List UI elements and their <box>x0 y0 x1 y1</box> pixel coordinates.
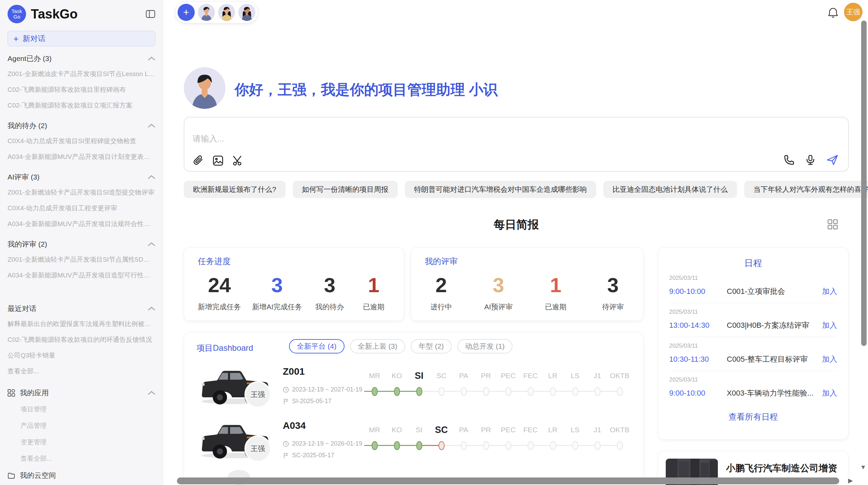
sidebar-link-folder[interactable]: 我的云空间 <box>8 467 155 484</box>
milestone-label: OKTB <box>608 426 631 434</box>
sidebar-item[interactable]: C02-飞腾新能源轻客改款项目立项汇报方案 <box>8 98 155 113</box>
chat-input[interactable] <box>193 134 673 144</box>
chevron-up-icon <box>148 307 155 311</box>
dashboard-tab[interactable]: 年型 (2) <box>411 339 452 353</box>
section-header[interactable]: Agent已办 (3) <box>8 51 155 66</box>
milestone-dot-done <box>416 387 422 396</box>
sidebar-item[interactable]: 查看全部... <box>8 363 155 379</box>
milestone-dot-done <box>372 387 378 396</box>
task-progress-card: 任务进度 24新增完成任务3新增AI完成任务3我的待办1已逾期 <box>184 247 404 321</box>
suggestion-chip[interactable]: 当下年轻人对汽车外观有怎样的喜好趋势 <box>744 181 868 198</box>
horizontal-scrollbar-thumb[interactable] <box>177 477 839 484</box>
section-header[interactable]: 我的待办 (2) <box>8 118 155 133</box>
project-row[interactable]: 王强Z0012023-12-19 ~ 2027-01-19SI-2025-05-… <box>184 359 643 413</box>
project-flag: SI-2025-05-17 <box>283 398 331 405</box>
my-apps-header[interactable]: 我的应用 <box>8 385 155 401</box>
agent-avatar[interactable] <box>238 4 255 21</box>
schedule-time: 9:00-10:00 <box>669 287 727 296</box>
sidebar-item[interactable]: C02-飞腾新能源轻客改款项目里程碑画布 <box>8 82 155 98</box>
project-row[interactable]: 王强A0342023-12-19 ~ 2026-01-19SC-2025-05-… <box>184 413 643 468</box>
sidebar-section: 最近对话解释最新出台的欧盟报废车法规再生塑料比例被调至15%...C02-飞腾新… <box>8 301 155 379</box>
dashboard-tab[interactable]: 动总开发 (1) <box>457 339 513 353</box>
sidebar-item[interactable]: Z001-全新燃油皮卡产品开发项目SI节点Lesson Learn报告 <box>8 66 155 82</box>
sidebar-item[interactable]: C0X4-动力总成开发项目工程变更评审 <box>8 200 155 216</box>
notifications-bell-icon[interactable] <box>828 7 839 18</box>
join-link[interactable]: 加入 <box>822 286 837 297</box>
scroll-down-arrow-icon[interactable]: ▼ <box>860 464 866 471</box>
sidebar-item[interactable]: A034-全新新能源MUV产品开发项目造型可行性评审 <box>8 268 155 283</box>
suggestion-chip[interactable]: 特朗普可能对进口汽车增税会对中国车企造成哪些影响 <box>405 181 596 198</box>
milestone-line <box>419 445 442 446</box>
chevron-up-icon <box>148 124 155 128</box>
milestone-dot-pending <box>572 387 578 396</box>
project-owner-avatar: 王强 <box>244 381 271 408</box>
chat-composer <box>184 117 849 172</box>
card-title: 我的评审 <box>425 256 629 267</box>
attachment-icon[interactable] <box>193 155 204 166</box>
app-item[interactable]: 查看全部... <box>8 450 155 467</box>
brief-layout-grid-icon[interactable] <box>828 219 838 229</box>
sidebar-item[interactable]: Z001-全新燃油轻卡产品开发项目SI造型提交物评审 <box>8 185 155 200</box>
milestone-label: LS <box>564 426 586 434</box>
milestone-dot-pending <box>572 441 578 450</box>
stat-label: 已逾期 <box>357 302 390 312</box>
plus-icon: + <box>13 34 19 43</box>
view-all-schedule-link[interactable]: 查看所有日程 <box>669 411 837 422</box>
new-chat-label: 新对话 <box>23 34 45 44</box>
collapse-sidebar-icon[interactable] <box>146 10 155 18</box>
app-item[interactable]: 产品管理 <box>8 418 155 434</box>
user-avatar[interactable]: 王强 <box>844 3 863 21</box>
phone-icon[interactable] <box>784 154 795 165</box>
section-header[interactable]: 最近对话 <box>8 301 155 316</box>
scissors-icon[interactable] <box>232 155 243 166</box>
sidebar-item[interactable]: 解释最新出台的欧盟报废车法规再生塑料比例被调至15%... <box>8 316 155 332</box>
section-header[interactable]: 我的评审 (2) <box>8 237 155 252</box>
sidebar-item[interactable]: C02-飞腾新能源轻客改款项目的闭环通告反馈情况 <box>8 332 155 348</box>
agent-avatar[interactable] <box>198 4 215 21</box>
milestone-label: SI <box>408 371 430 381</box>
suggestion-chip[interactable]: 欧洲新规最近颁布了什么? <box>184 181 286 198</box>
new-chat-button[interactable]: + 新对话 <box>8 31 155 46</box>
stat-value: 1 <box>357 274 390 296</box>
image-icon[interactable] <box>213 155 224 166</box>
suggestion-chip[interactable]: 比亚迪全固态电池计划具体说了什么 <box>603 181 737 198</box>
dashboard-tab[interactable]: 全新上装 (3) <box>350 339 406 353</box>
send-icon[interactable] <box>826 154 839 166</box>
app-item[interactable]: 项目管理 <box>8 401 155 418</box>
schedule-item: 2025/03/119:00-10:00X003-车辆动力学性能验...加入 <box>669 371 837 405</box>
topbar-agents-pill: + <box>175 1 258 23</box>
join-link[interactable]: 加入 <box>822 320 837 331</box>
app-header: Task Go TaskGo <box>8 0 155 23</box>
stat-label: AI预评审 <box>482 302 515 312</box>
sidebar-item[interactable]: A034-全新新能源MUV产品开发项目计划变更表编写 <box>8 149 155 165</box>
flag-icon <box>283 398 289 405</box>
project-flag: SC-2025-05-17 <box>283 452 334 459</box>
join-link[interactable]: 加入 <box>822 388 837 398</box>
stat-label: 已逾期 <box>539 302 572 312</box>
milestone-label: SC <box>430 425 453 435</box>
suggestion-chip[interactable]: 如何写一份清晰的项目周报 <box>293 181 398 198</box>
scroll-right-arrow-icon[interactable]: ▶ <box>848 477 853 484</box>
sidebar-item[interactable]: C0X4-动力总成开发项目SI里程碑提交物检查 <box>8 133 155 149</box>
schedule-item: 2025/03/1113:00-14:30C003|H0B-方案冻结评审加入 <box>669 303 837 337</box>
sidebar-item[interactable]: 公司Q3轻卡销量 <box>8 348 155 363</box>
news-title: 小鹏飞行汽车制造公司增资 <box>726 462 841 474</box>
section-header[interactable]: AI评审 (3) <box>8 170 155 185</box>
chevron-up-icon <box>148 391 155 395</box>
milestone-dot-pending <box>461 441 467 450</box>
sidebar-section: 我的待办 (2)C0X4-动力总成开发项目SI里程碑提交物检查A034-全新新能… <box>8 118 155 165</box>
stat: 3AI预评审 <box>482 274 515 312</box>
schedule-date: 2025/03/11 <box>669 309 837 315</box>
join-link[interactable]: 加入 <box>822 354 837 364</box>
dashboard-tab[interactable]: 全新平台 (4) <box>289 339 345 353</box>
vertical-scrollbar-thumb[interactable] <box>861 21 867 346</box>
flag-icon <box>283 452 289 459</box>
microphone-icon[interactable] <box>805 154 816 165</box>
sidebar-item[interactable]: A034-全新新能源MUV产品开发项目法规符合性评审 <box>8 216 155 232</box>
add-agent-button[interactable]: + <box>178 4 195 21</box>
app-item[interactable]: 变更管理 <box>8 434 155 450</box>
sidebar-item[interactable]: Z001-全新燃油轻卡产品开发项目SI节点属性5D文件评审 <box>8 252 155 268</box>
stats-row: 2进行中3AI预评审1已逾期3待评审 <box>425 274 629 312</box>
agent-avatar[interactable] <box>218 4 235 21</box>
milestone-label: PEC <box>497 372 519 380</box>
